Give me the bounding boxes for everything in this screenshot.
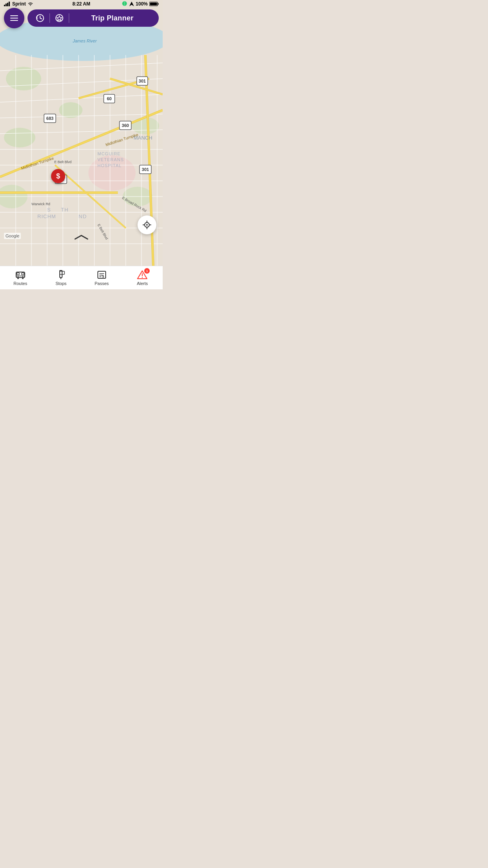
svg-rect-3 [9, 2, 10, 6]
hamburger-icon [10, 15, 18, 21]
svg-point-14 [4, 128, 35, 147]
svg-text:ND: ND [79, 213, 87, 219]
header-bar: Trip Planner [4, 8, 159, 28]
status-bar: Sprint 8:22 AM 100% [0, 0, 163, 8]
nav-arrow-icon [129, 2, 134, 6]
alert-badge: 1 [144, 268, 150, 274]
status-right: 100% [121, 1, 159, 7]
google-watermark: Google [4, 233, 21, 239]
location-button[interactable] [138, 215, 156, 234]
svg-point-13 [59, 102, 83, 118]
routes-label: Routes [13, 281, 27, 286]
svg-text:MANCH: MANCH [134, 135, 152, 141]
svg-marker-87 [57, 16, 62, 21]
dollar-circle: $ [51, 169, 65, 183]
waze-icon [121, 1, 128, 7]
bottom-nav: Routes Stops $ Passes [0, 266, 163, 289]
svg-point-15 [132, 117, 159, 134]
svg-text:E Belt Blvd: E Belt Blvd [54, 160, 72, 164]
dollar-marker: $ [51, 169, 65, 183]
alert-icon-container: 1 [137, 270, 147, 280]
svg-rect-99 [98, 271, 106, 278]
svg-text:60: 60 [107, 96, 112, 101]
page-title: Trip Planner [72, 14, 152, 22]
nav-item-routes[interactable]: Routes [0, 267, 41, 288]
signal-icon [4, 2, 11, 6]
nav-item-alerts[interactable]: 1 Alerts [122, 267, 163, 288]
nav-item-passes[interactable]: $ Passes [81, 267, 122, 288]
svg-point-106 [142, 277, 143, 278]
svg-text:301: 301 [139, 79, 146, 83]
status-time: 8:22 AM [72, 1, 90, 7]
svg-text:683: 683 [46, 116, 53, 121]
alerts-label: Alerts [137, 281, 148, 286]
svg-text:MCGUIRE: MCGUIRE [97, 151, 121, 156]
svg-rect-90 [22, 273, 24, 275]
svg-text:HOSPITAL: HOSPITAL [97, 163, 122, 168]
favorites-icon [55, 14, 64, 22]
crosshair-icon [142, 220, 152, 230]
history-button[interactable] [34, 14, 46, 22]
favorites-button[interactable] [53, 14, 66, 22]
svg-rect-2 [7, 3, 8, 6]
svg-text:$: $ [102, 274, 104, 278]
swipe-handle[interactable] [73, 234, 89, 241]
carrier-label: Sprint [12, 1, 26, 7]
pill-divider-1 [50, 13, 50, 23]
history-icon [36, 14, 44, 22]
svg-rect-89 [17, 273, 19, 275]
battery-label: 100% [136, 1, 148, 7]
map-container[interactable]: James River [0, 0, 163, 266]
nav-item-stops[interactable]: Stops [41, 267, 82, 288]
bus-icon [15, 270, 26, 280]
pass-icon: $ [97, 270, 107, 280]
chevron-up-icon [73, 234, 89, 241]
menu-button[interactable] [4, 8, 24, 28]
passes-label: Passes [95, 281, 109, 286]
svg-text:360: 360 [122, 123, 129, 128]
svg-text:VETERANS: VETERANS [97, 157, 124, 162]
stops-label: Stops [55, 281, 66, 286]
pill-divider-2 [69, 13, 69, 23]
svg-rect-7 [158, 3, 159, 5]
svg-text:RICHM: RICHM [37, 213, 56, 219]
status-left: Sprint [4, 1, 33, 7]
svg-text:TH: TH [61, 207, 68, 213]
svg-point-80 [146, 224, 148, 226]
svg-point-92 [17, 278, 19, 279]
svg-text:Warwick Rd: Warwick Rd [31, 202, 50, 206]
svg-text:S: S [47, 207, 51, 213]
svg-text:301: 301 [142, 167, 149, 172]
stop-icon [56, 270, 66, 280]
wifi-icon [28, 2, 33, 6]
svg-rect-0 [4, 5, 5, 6]
svg-point-93 [22, 278, 24, 279]
nav-pill: Trip Planner [28, 9, 159, 27]
battery-icon [149, 2, 159, 6]
dollar-symbol: $ [56, 172, 60, 180]
svg-text:James River: James River [72, 39, 97, 43]
svg-rect-8 [150, 3, 157, 6]
svg-rect-1 [6, 4, 7, 6]
svg-marker-5 [129, 2, 134, 6]
